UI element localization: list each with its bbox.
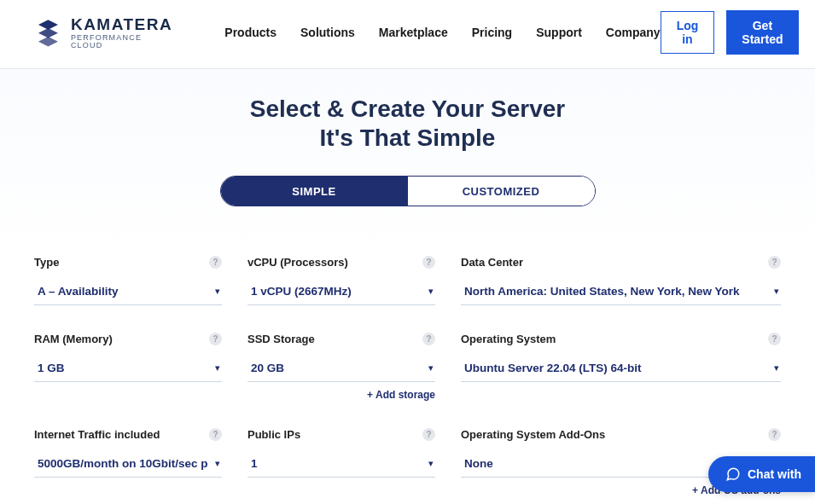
select-os[interactable]: Ubuntu Server 22.04 (LTS) 64-bit ▾ — [461, 356, 781, 382]
field-type: Type ? A – Availability ▾ — [34, 254, 222, 305]
header: KAMATERA PERFORMANCE CLOUD Products Solu… — [0, 0, 815, 69]
field-ips: Public IPs ? 1 ▾ — [247, 426, 435, 496]
toggle-simple[interactable]: SIMPLE — [221, 177, 408, 206]
field-os: Operating System ? Ubuntu Server 22.04 (… — [461, 331, 781, 401]
field-dc: Data Center ? North America: United Stat… — [461, 254, 781, 305]
mode-toggle: SIMPLE CUSTOMIZED — [220, 176, 596, 206]
field-ssd: SSD Storage ? 20 GB ▾ + Add storage — [247, 331, 435, 401]
logo[interactable]: KAMATERA PERFORMANCE CLOUD — [34, 16, 173, 49]
nav-marketplace[interactable]: Marketplace — [379, 26, 448, 39]
select-type[interactable]: A – Availability ▾ — [34, 280, 222, 305]
get-started-button[interactable]: Get Started — [726, 10, 798, 55]
kamatera-logo-icon — [34, 18, 62, 47]
select-ssd[interactable]: 20 GB ▾ — [247, 356, 435, 382]
field-ram: RAM (Memory) ? 1 GB ▾ — [34, 331, 222, 401]
hero-title-1: Select & Create Your Server — [0, 95, 815, 124]
help-icon[interactable]: ? — [209, 333, 222, 345]
chevron-down-icon: ▾ — [428, 458, 434, 469]
chevron-down-icon: ▾ — [215, 362, 220, 374]
hero: Select & Create Your Server It's That Si… — [0, 69, 815, 254]
label-os: Operating System — [461, 333, 556, 345]
label-type: Type — [34, 256, 59, 269]
select-dc[interactable]: North America: United States, New York, … — [461, 280, 781, 305]
select-ram[interactable]: 1 GB ▾ — [34, 356, 222, 382]
label-vcpu: vCPU (Processors) — [247, 256, 348, 269]
chat-icon — [725, 466, 741, 482]
main-nav: Products Solutions Marketplace Pricing S… — [224, 26, 660, 39]
nav-company[interactable]: Company — [606, 26, 661, 39]
chevron-down-icon: ▾ — [215, 458, 220, 469]
toggle-customized[interactable]: CUSTOMIZED — [408, 177, 595, 206]
chat-widget[interactable]: Chat with — [708, 456, 815, 492]
nav-support[interactable]: Support — [536, 26, 582, 39]
help-icon[interactable]: ? — [768, 428, 781, 441]
label-traffic: Internet Traffic included — [34, 428, 160, 441]
add-storage-link[interactable]: + Add storage — [247, 389, 435, 401]
label-ssd: SSD Storage — [247, 333, 315, 345]
select-vcpu[interactable]: 1 vCPU (2667MHz) ▾ — [247, 280, 435, 305]
label-ram: RAM (Memory) — [34, 333, 113, 345]
brand-name: KAMATERA — [71, 16, 173, 32]
field-traffic: Internet Traffic included ? 5000GB/month… — [34, 426, 222, 496]
chevron-down-icon: ▾ — [428, 286, 434, 297]
chevron-down-icon: ▾ — [215, 286, 220, 297]
label-ips: Public IPs — [247, 428, 300, 441]
label-addons: Operating System Add-Ons — [461, 428, 605, 441]
help-icon[interactable]: ? — [768, 256, 781, 269]
label-dc: Data Center — [461, 256, 523, 269]
select-traffic[interactable]: 5000GB/month on 10Gbit/sec p ▾ — [34, 452, 222, 478]
nav-solutions[interactable]: Solutions — [300, 26, 355, 39]
config-form: Type ? A – Availability ▾ vCPU (Processo… — [0, 254, 815, 504]
chat-label: Chat with — [748, 467, 801, 481]
help-icon[interactable]: ? — [209, 256, 222, 269]
help-icon[interactable]: ? — [422, 256, 435, 269]
help-icon[interactable]: ? — [209, 428, 222, 441]
help-icon[interactable]: ? — [422, 333, 435, 345]
field-vcpu: vCPU (Processors) ? 1 vCPU (2667MHz) ▾ — [247, 254, 435, 305]
chevron-down-icon: ▾ — [774, 362, 779, 374]
hero-title-2: It's That Simple — [0, 124, 815, 153]
select-ips[interactable]: 1 ▾ — [247, 452, 435, 478]
nav-products[interactable]: Products — [224, 26, 277, 39]
help-icon[interactable]: ? — [768, 333, 781, 345]
chevron-down-icon: ▾ — [428, 362, 434, 374]
nav-pricing[interactable]: Pricing — [472, 26, 512, 39]
login-button[interactable]: Log in — [661, 11, 715, 54]
brand-sub: PERFORMANCE CLOUD — [71, 34, 173, 49]
chevron-down-icon: ▾ — [774, 286, 779, 297]
help-icon[interactable]: ? — [422, 428, 435, 441]
